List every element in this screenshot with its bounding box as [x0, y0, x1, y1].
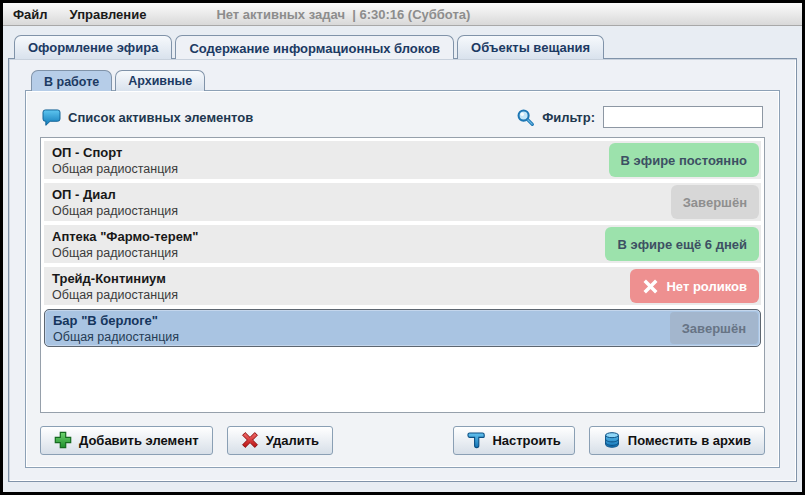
- filter-label: Фильтр:: [542, 110, 595, 125]
- tab-in-progress[interactable]: В работе: [31, 70, 112, 91]
- item-title: Трейд-Континиум: [52, 270, 628, 287]
- app-window: Файл Управление Нет активных задач | 6:3…: [0, 0, 805, 495]
- item-title: ОП - Спорт: [52, 144, 607, 161]
- list-item[interactable]: ОП - Спорт Общая радиостанция В эфире по…: [44, 141, 761, 179]
- button-bar: Добавить элемент Удалить: [40, 425, 765, 455]
- tab-broadcast-design[interactable]: Оформление эфира: [14, 35, 172, 59]
- list-item-text: ОП - Спорт Общая радиостанция: [44, 141, 607, 179]
- menu-file[interactable]: Файл: [13, 7, 60, 22]
- button-label: Добавить элемент: [79, 433, 199, 448]
- list-title: Список активных элементов: [68, 110, 253, 125]
- status-label: В эфире ещё 6 дней: [617, 237, 747, 252]
- list-header: Список активных элементов Фильтр:: [42, 105, 763, 129]
- add-element-button[interactable]: Добавить элемент: [40, 426, 213, 455]
- status-label: Завершён: [682, 321, 746, 336]
- status-badge: В эфире постоянно: [609, 143, 759, 177]
- tab-info-blocks-content[interactable]: Содержание информационных блоков: [175, 35, 454, 59]
- list-item-selected[interactable]: Бар "В берлоге" Общая радиостанция Завер…: [44, 309, 761, 347]
- main-tab-bar: Оформление эфира Содержание информационн…: [8, 35, 797, 58]
- archive-button[interactable]: Поместить в архив: [589, 426, 765, 455]
- red-cross-icon: [241, 431, 259, 449]
- status-label: Нет роликов: [666, 279, 747, 294]
- status-badge: Завершён: [670, 312, 758, 344]
- status-badge: Завершён: [671, 185, 759, 219]
- item-title: Аптека "Фармо-терем": [52, 228, 603, 245]
- item-title: ОП - Диал: [52, 186, 669, 203]
- configure-button[interactable]: Настроить: [453, 426, 574, 455]
- list-item[interactable]: ОП - Диал Общая радиостанция Завершён: [44, 183, 761, 221]
- button-label: Поместить в архив: [628, 433, 751, 448]
- item-subtitle: Общая радиостанция: [52, 203, 669, 219]
- database-icon: [603, 431, 621, 449]
- hammer-icon: [467, 431, 485, 449]
- status-badge: Нет роликов: [630, 269, 759, 303]
- active-elements-list[interactable]: ОП - Спорт Общая радиостанция В эфире по…: [40, 137, 765, 413]
- list-item[interactable]: Аптека "Фармо-терем" Общая радиостанция …: [44, 225, 761, 263]
- item-subtitle: Общая радиостанция: [52, 245, 603, 261]
- white-cross-icon: [642, 278, 659, 295]
- list-item-text: Аптека "Фармо-терем" Общая радиостанция: [44, 225, 603, 263]
- button-label: Удалить: [266, 433, 319, 448]
- main-area: Оформление эфира Содержание информационн…: [3, 26, 802, 492]
- item-subtitle: Общая радиостанция: [52, 287, 628, 303]
- in-progress-panel: Список активных элементов Фильтр:: [25, 90, 780, 468]
- tab-broadcast-objects[interactable]: Объекты вещания: [457, 35, 604, 59]
- inner-tab-bar: В работе Архивные: [25, 70, 780, 90]
- item-subtitle: Общая радиостанция: [53, 329, 668, 345]
- magnifier-icon: [516, 108, 535, 127]
- list-item[interactable]: Трейд-Континиум Общая радиостанция Нет р…: [44, 267, 761, 305]
- menu-management[interactable]: Управление: [70, 7, 159, 22]
- status-label: В эфире постоянно: [621, 153, 747, 168]
- item-title: Бар "В берлоге": [53, 312, 668, 329]
- list-item-text: Трейд-Континиум Общая радиостанция: [44, 267, 628, 305]
- filter-input[interactable]: [603, 106, 763, 128]
- list-item-text: ОП - Диал Общая радиостанция: [44, 183, 669, 221]
- green-plus-icon: [54, 431, 72, 449]
- status-text: Нет активных задач | 6:30:16 (Суббота): [216, 7, 470, 22]
- menu-bar: Файл Управление Нет активных задач | 6:3…: [3, 3, 802, 26]
- item-subtitle: Общая радиостанция: [52, 161, 607, 177]
- info-blocks-panel: В работе Архивные Список активных элем: [8, 58, 797, 482]
- list-item-text: Бар "В берлоге" Общая радиостанция: [45, 310, 668, 346]
- speech-bubble-icon: [42, 109, 61, 126]
- button-label: Настроить: [492, 433, 560, 448]
- status-badge: В эфире ещё 6 дней: [605, 227, 759, 261]
- status-label: Завершён: [683, 195, 747, 210]
- delete-button[interactable]: Удалить: [227, 426, 333, 455]
- tab-archived[interactable]: Архивные: [115, 70, 205, 91]
